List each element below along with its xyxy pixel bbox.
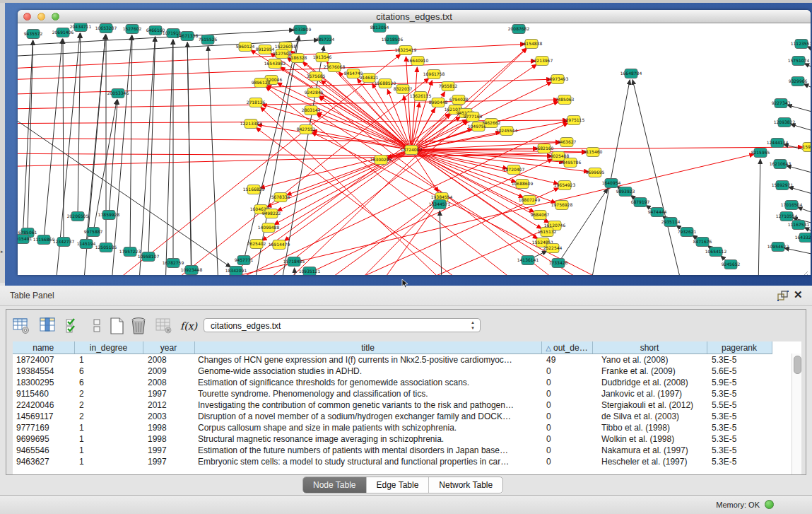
graph-node[interactable]: 18325419 — [395, 46, 417, 55]
graph-node[interactable]: 16210643 — [770, 160, 792, 169]
table-settings-icon[interactable] — [12, 317, 32, 337]
table-row[interactable]: 1938455462009Genome-wide association stu… — [13, 366, 792, 377]
column-header-short[interactable]: short — [592, 341, 707, 354]
graph-node[interactable]: 9684067 — [531, 211, 550, 220]
vertical-scrollbar[interactable] — [792, 354, 801, 474]
graph-node[interactable]: 5678334 — [271, 193, 290, 202]
table-row[interactable]: 969969511998Structural magnetic resonanc… — [13, 433, 792, 445]
graph-node[interactable]: 17016504 — [781, 201, 803, 210]
graph-node[interactable]: 18342091 — [225, 267, 247, 276]
splitter-collapse-arrow[interactable]: ▸ — [1, 249, 4, 254]
graph-node[interactable]: 9242845 — [305, 88, 324, 98]
graph-node[interactable]: 8912954 — [256, 45, 275, 54]
tab-edge-table[interactable]: Edge Table — [367, 477, 430, 493]
graph-node[interactable]: 20691406 — [52, 28, 74, 37]
graph-node[interactable]: 20053346 — [107, 89, 129, 98]
graph-node[interactable]: 1527602 — [123, 25, 142, 34]
graph-node[interactable]: 12505185 — [95, 243, 117, 252]
graph-node[interactable]: 8471676 — [693, 238, 712, 247]
graph-node[interactable]: 11156869 — [33, 235, 55, 245]
table-row[interactable]: 911546021997Tourette syndrome. Phenomeno… — [13, 388, 792, 399]
graph-node[interactable]: 12213967 — [531, 57, 553, 66]
column-checks-icon[interactable] — [64, 317, 84, 337]
column-header-year[interactable]: year — [143, 341, 194, 354]
graph-node[interactable]: 18300295 — [370, 156, 392, 165]
graph-node[interactable]: 9463627 — [558, 138, 577, 147]
graph-node[interactable]: 2522544 — [543, 244, 563, 253]
graph-node[interactable]: 8186328 — [288, 54, 307, 63]
float-panel-button[interactable] — [777, 291, 789, 301]
table-chooser-dropdown[interactable]: citations_edges.txt ▲▼ — [204, 318, 481, 332]
graph-node[interactable]: 3915491 — [18, 235, 33, 244]
graph-node[interactable]: 1913546 — [313, 53, 332, 62]
graph-node[interactable]: 10688609 — [512, 180, 534, 189]
graph-node[interactable]: 2803144 — [302, 106, 321, 115]
graph-node[interactable]: 15218506 — [382, 35, 404, 45]
cells-icon[interactable] — [88, 317, 108, 337]
graph-node[interactable]: 19756928 — [551, 201, 573, 210]
graph-node[interactable]: 18807249 — [519, 196, 541, 205]
graph-node[interactable]: 2935114 — [661, 218, 681, 227]
table-row[interactable]: 2242004622012Investigating the contribut… — [13, 399, 792, 411]
graph-node[interactable]: 8215955 — [751, 148, 770, 158]
column-header-title[interactable]: title — [194, 341, 541, 354]
graph-node[interactable]: 1733426 — [549, 259, 568, 268]
graph-node[interactable]: 11123557 — [791, 40, 811, 49]
graph-node[interactable]: 9699695 — [586, 168, 605, 177]
graph-node[interactable]: 7462662 — [482, 119, 501, 128]
graph-node[interactable]: 12710554 — [776, 212, 798, 221]
graph-node[interactable]: 9457771 — [235, 256, 254, 265]
graph-node[interactable]: 10935121 — [299, 267, 321, 276]
delete-table-icon[interactable] — [129, 317, 149, 337]
graph-node[interactable]: 10954622 — [767, 243, 789, 252]
window-titlebar[interactable]: citations_edges.txt — [18, 10, 811, 23]
function-builder-icon[interactable]: f(x) — [180, 320, 200, 339]
new-document-icon[interactable] — [108, 317, 128, 337]
table-row[interactable]: 946554611997Estimation of the future num… — [13, 445, 792, 456]
graph-node[interactable]: 9435572 — [24, 30, 43, 39]
graph-node[interactable]: 9227343 — [772, 99, 791, 108]
graph-node[interactable]: 9777169 — [464, 112, 483, 122]
graph-node[interactable]: 5960124 — [236, 42, 255, 52]
graph-node[interactable]: 12093822 — [774, 118, 796, 127]
graph-node[interactable]: 16648784 — [620, 69, 642, 78]
column-header-in-degree[interactable]: in_degree — [74, 341, 143, 354]
graph-node[interactable]: 16961758 — [423, 70, 445, 79]
column-header-pagerank[interactable]: pagerank — [707, 341, 772, 354]
graph-node[interactable]: 15892971 — [772, 181, 794, 190]
graph-node[interactable]: 1145194 — [77, 240, 96, 249]
graph-node[interactable]: 1615132 — [538, 228, 557, 237]
graph-node[interactable]: 16543982 — [264, 59, 286, 69]
graph-node[interactable]: 16154838 — [521, 40, 543, 49]
table-row[interactable]: 1830029562008Estimation of significance … — [13, 377, 792, 388]
select-column-icon[interactable] — [39, 317, 59, 337]
graph-node[interactable]: 18495786 — [560, 158, 582, 168]
graph-node[interactable]: 12213383 — [240, 119, 262, 129]
graph-node[interactable]: 23676068 — [324, 63, 346, 72]
graph-node[interactable]: 3575685 — [307, 72, 326, 81]
graph-node[interactable]: 12342737 — [53, 238, 75, 247]
graph-node[interactable]: 20087682 — [508, 25, 530, 34]
graph-node[interactable]: 9975887 — [84, 228, 103, 237]
graph-node[interactable]: 14099488 — [258, 223, 280, 233]
graph-node[interactable]: 7625402 — [247, 240, 266, 249]
graph-node[interactable]: 7515526 — [199, 35, 218, 45]
graph-node[interactable]: 15166829 — [243, 185, 265, 194]
graph-node[interactable]: 8322037 — [394, 85, 413, 94]
column-header-name[interactable]: name — [13, 341, 74, 354]
graph-node[interactable]: 8990448 — [429, 98, 448, 107]
graph-node[interactable]: 10654112 — [705, 247, 727, 257]
graph-node[interactable]: 9115460 — [584, 148, 603, 157]
graph-node[interactable]: 16914479 — [269, 240, 290, 250]
panel-close-button[interactable]: ✕ — [794, 288, 803, 301]
network-canvas[interactable]: 5960124891295415226058912750816543982224… — [18, 23, 811, 275]
graph-node[interactable]: 6879197 — [631, 198, 650, 207]
graph-node[interactable]: 15958 — [802, 143, 811, 152]
graph-node[interactable]: 2718126 — [247, 98, 266, 107]
scrollbar-thumb[interactable] — [794, 356, 801, 374]
graph-node[interactable]: 20206505 — [67, 212, 89, 221]
graph-node[interactable]: 9893923 — [616, 187, 635, 197]
graph-node[interactable]: 16640910 — [407, 57, 429, 66]
graph-node[interactable]: 7932621 — [678, 228, 697, 237]
graph-node[interactable]: 12444134 — [767, 139, 789, 148]
